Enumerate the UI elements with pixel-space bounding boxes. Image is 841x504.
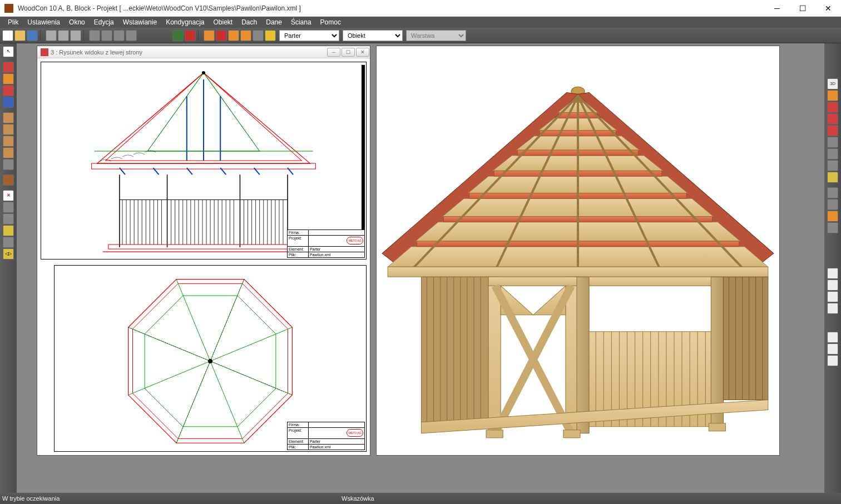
minimize-button[interactable]: ─ (764, 0, 790, 17)
tool-3[interactable] (228, 30, 239, 41)
layer-select[interactable]: Warstwa (406, 30, 466, 41)
status-mid: Wskazówka (342, 495, 841, 502)
svg-line-65 (210, 361, 244, 443)
svg-line-73 (128, 327, 210, 361)
view-mode-5[interactable] (827, 137, 838, 148)
menu-sciana[interactable]: Ściana (286, 17, 316, 27)
save-button[interactable] (27, 30, 38, 41)
zoom-window-button[interactable] (126, 30, 137, 41)
menu-dane[interactable]: Dane (261, 17, 286, 27)
beam-tool-1[interactable] (3, 112, 14, 123)
pointer-tool[interactable]: ↖ (3, 46, 14, 57)
misc-tool-2[interactable] (3, 213, 14, 224)
svg-point-7 (202, 71, 205, 74)
material-tool[interactable] (3, 174, 14, 186)
nav-4[interactable] (827, 222, 838, 233)
view-mode-3[interactable] (827, 113, 838, 124)
tool-1[interactable] (204, 30, 215, 41)
nav-2[interactable] (827, 199, 838, 210)
svg-rect-103 (421, 277, 488, 422)
misc-tool-1[interactable] (3, 202, 14, 213)
nav-3[interactable] (827, 211, 838, 222)
view-mode-7[interactable] (827, 160, 838, 171)
new-button[interactable] (2, 30, 13, 41)
view-mode-6[interactable] (827, 148, 838, 159)
opt-3[interactable] (827, 355, 838, 366)
beam-tool-4[interactable] (3, 147, 14, 158)
menu-kondygnacja[interactable]: Kondygnacja (161, 17, 209, 27)
panel-2d-view: 3 : Rysunek widoku z lewej strony ─ ☐ ✕ (37, 46, 370, 456)
beam-tool-2[interactable] (3, 124, 14, 135)
logo-icon: WETO AG (347, 237, 363, 244)
delete-tool[interactable]: ✕ (3, 190, 14, 201)
zoom-in-button[interactable] (89, 30, 100, 41)
plan-drawing[interactable]: WETO AG Firma: Projekt: Element:Parter P… (54, 265, 367, 452)
separator (40, 30, 43, 41)
print-button[interactable] (46, 30, 57, 41)
menu-okno[interactable]: Okno (65, 17, 90, 27)
panel-minimize-button[interactable]: ─ (327, 48, 340, 57)
elevation-drawing[interactable]: WETO AG Firma: Projekt: Element:Parter P… (41, 62, 367, 260)
open-button[interactable] (14, 30, 26, 41)
zoom-fit-button[interactable] (113, 30, 125, 41)
opt-1[interactable] (827, 332, 838, 343)
menu-pomoc[interactable]: Pomoc (316, 17, 345, 27)
nav-1[interactable] (827, 187, 838, 198)
view-mode-2[interactable] (827, 102, 838, 113)
menu-plik[interactable]: Plik (3, 17, 23, 27)
wall-tool[interactable] (3, 62, 14, 73)
panel-maximize-button[interactable]: ☐ (342, 48, 355, 57)
beam-tool-3[interactable] (3, 136, 14, 147)
svg-rect-59 (108, 244, 299, 249)
layer-toggle-4[interactable] (827, 303, 838, 314)
column-tool[interactable] (3, 159, 14, 170)
svg-rect-149 (563, 430, 580, 438)
view-3d-button[interactable]: 3D (827, 78, 838, 89)
right-toolbar: 3D (824, 43, 841, 493)
status-bar: W trybie oczekiwania Wskazówka (0, 493, 841, 504)
shape-tool[interactable] (3, 85, 14, 96)
zoom-out-button[interactable] (101, 30, 112, 41)
object-select[interactable]: Obiekt (343, 30, 403, 41)
view-mode-8[interactable] (827, 172, 838, 183)
svg-rect-120 (577, 277, 589, 433)
panel-2d-title: 3 : Rysunek widoku z lewej strony (51, 49, 326, 56)
view-mode-4[interactable] (827, 125, 838, 136)
opt-2[interactable] (827, 343, 838, 355)
grid-tool[interactable] (3, 73, 14, 84)
tool-2[interactable] (216, 30, 227, 41)
svg-line-74 (176, 361, 210, 443)
panel-2d-content[interactable]: WETO AG Firma: Projekt: Element:Parter P… (37, 58, 370, 455)
panel-close-button[interactable]: ✕ (356, 48, 369, 57)
main-toolbar: Parter Obiekt Warstwa (0, 28, 841, 43)
view-mode-button[interactable] (185, 30, 196, 41)
view-mode-1[interactable] (827, 90, 838, 101)
misc-tool-3[interactable] (3, 237, 14, 248)
nav-tool[interactable]: ◁▷ (3, 248, 14, 260)
titleblock-top: WETO AG Firma: Projekt: Element:Parter P… (287, 229, 365, 258)
separator (198, 30, 201, 41)
panel-3d-viewport[interactable] (377, 46, 779, 455)
panel-2d-titlebar[interactable]: 3 : Rysunek widoku z lewej strony ─ ☐ ✕ (37, 46, 370, 58)
drawing-icon (41, 48, 48, 56)
layer-toggle-2[interactable] (827, 280, 838, 291)
layer-toggle-1[interactable] (827, 268, 838, 279)
window-tool[interactable] (3, 97, 14, 108)
tool-5[interactable] (265, 30, 276, 41)
layer-toggle-3[interactable] (827, 291, 838, 302)
measure-tool[interactable] (3, 225, 14, 236)
menu-dach[interactable]: Dach (237, 17, 261, 27)
print-preview-button[interactable] (58, 30, 69, 41)
menu-edycja[interactable]: Edycja (90, 17, 118, 27)
maximize-button[interactable]: ☐ (790, 0, 815, 17)
print-setup-button[interactable] (70, 30, 81, 41)
svg-rect-150 (709, 423, 725, 431)
menu-wstawianie[interactable]: Wstawianie (118, 17, 161, 27)
tool-4[interactable] (240, 30, 251, 41)
select-arrow-button[interactable] (253, 30, 264, 41)
menu-ustawienia[interactable]: Ustawienia (23, 17, 65, 27)
close-button[interactable]: ✕ (815, 0, 841, 17)
floor-select[interactable]: Parter (279, 30, 339, 41)
menu-obiekt[interactable]: Obiekt (209, 17, 238, 27)
3d-view-button[interactable] (172, 30, 184, 41)
